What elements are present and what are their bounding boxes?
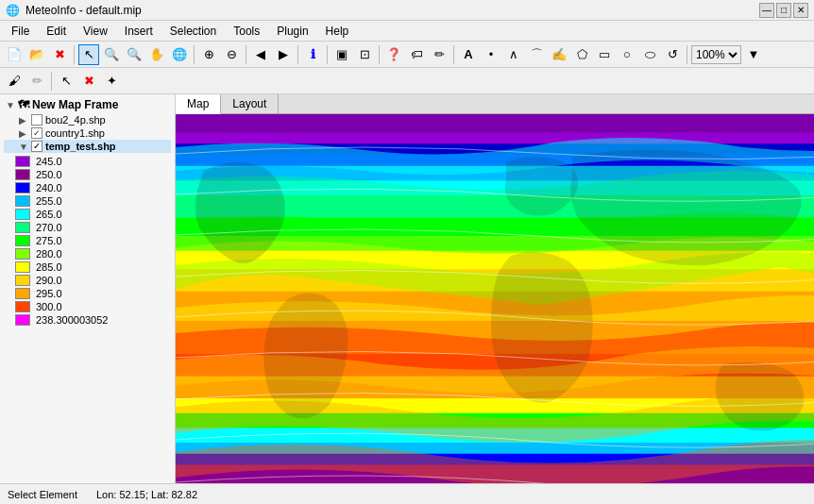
menu-item-file[interactable]: File: [4, 23, 37, 40]
legend-color-swatch: [15, 235, 30, 246]
legend-label: 240.0: [36, 182, 62, 193]
legend-item: 290.0: [8, 274, 167, 287]
map-frame-icon: 🗺: [18, 98, 29, 111]
layer-group: ▼ 🗺 New Map Frame ▶ bou2_4p.shp ▶ countr…: [0, 94, 175, 330]
map-visualization: [176, 114, 814, 483]
legend-item: 295.0: [8, 287, 167, 300]
open-button[interactable]: 📂: [26, 44, 47, 65]
question-button[interactable]: ❓: [383, 44, 404, 65]
tab-map[interactable]: Map: [176, 94, 221, 114]
legend-color-swatch: [15, 195, 30, 207]
status-coords: Lon: 52.15; Lat: 82.82: [96, 489, 197, 500]
select-button[interactable]: ↖: [78, 44, 99, 65]
layer-label-bou2: bou2_4p.shp: [45, 114, 106, 126]
circle-button[interactable]: ○: [617, 44, 637, 65]
legend-item: 250.0: [8, 168, 167, 181]
legend-item: 280.0: [8, 247, 167, 260]
zoom-out2-button[interactable]: ⊖: [221, 44, 242, 65]
map-svg: [176, 114, 814, 483]
map-frame-header[interactable]: ▼ 🗺 New Map Frame: [4, 96, 171, 113]
map-canvas[interactable]: [176, 114, 814, 483]
layer-item-bou2[interactable]: ▶ bou2_4p.shp: [4, 113, 171, 126]
zoom-out-button[interactable]: 🔍: [124, 44, 144, 65]
sep7: [453, 45, 454, 64]
ellipse-button[interactable]: ⬭: [639, 44, 660, 65]
menu-item-selection[interactable]: Selection: [162, 23, 224, 40]
text-button[interactable]: A: [458, 44, 479, 65]
lon-label: Lon: 52.15;: [96, 489, 151, 500]
delete-button[interactable]: ✖: [78, 71, 99, 92]
layer-item-temp[interactable]: ▼ temp_test.shp: [4, 140, 171, 153]
menu-item-tools[interactable]: Tools: [226, 23, 267, 40]
curve-button[interactable]: ⌒: [526, 44, 547, 65]
pan-button[interactable]: ✋: [146, 44, 167, 65]
draw-disabled-button[interactable]: ✏: [26, 71, 47, 92]
legend-label: 300.0: [36, 301, 62, 312]
status-bar: Select Element Lon: 52.15; Lat: 82.82: [0, 483, 814, 504]
layer-checkbox-temp[interactable]: [31, 141, 42, 152]
maximize-button[interactable]: □: [776, 3, 791, 18]
polyline-button[interactable]: ∧: [503, 44, 524, 65]
sep3: [246, 45, 246, 64]
minimize-button[interactable]: —: [759, 3, 774, 18]
legend-color-swatch: [15, 248, 30, 260]
select2-button[interactable]: ⊡: [354, 44, 375, 65]
legend-color-swatch: [15, 261, 30, 273]
toolbar1: 📄 📂 ✖ ↖ 🔍 🔍 ✋ 🌐 ⊕ ⊖ ◀ ▶ ℹ ▣ ⊡ ❓ 🏷 ✏ A • …: [0, 42, 814, 68]
menu-item-edit[interactable]: Edit: [39, 23, 74, 40]
title-left: 🌐 MeteoInfo - default.mip: [6, 4, 142, 17]
layer-label-temp: temp_test.shp: [45, 141, 116, 152]
sep2: [194, 45, 195, 64]
dot-button[interactable]: •: [481, 44, 501, 65]
legend-color-swatch: [15, 288, 30, 299]
zoom-apply-button[interactable]: ▼: [743, 44, 764, 65]
legend: 245.0250.0240.0255.0265.0270.0275.0280.0…: [4, 153, 171, 328]
new-button[interactable]: 📄: [4, 44, 25, 65]
right-panel: MapLayout: [176, 94, 814, 483]
star-button[interactable]: ✦: [101, 71, 122, 92]
layer-expand-icon: ▶: [19, 115, 28, 126]
zoom-in2-button[interactable]: ⊕: [198, 44, 219, 65]
legend-item: 245.0: [8, 155, 167, 168]
forward-button[interactable]: ▶: [273, 44, 294, 65]
save-button[interactable]: ✖: [49, 44, 70, 65]
polygon-button[interactable]: ⬠: [571, 44, 592, 65]
legend-color-swatch: [15, 169, 30, 180]
curve2-button[interactable]: ↺: [662, 44, 683, 65]
select3-button[interactable]: ↖: [56, 71, 76, 92]
select-rect-button[interactable]: ▣: [331, 44, 352, 65]
legend-color-swatch: [15, 275, 30, 286]
legend-label: 238.300003052: [36, 314, 108, 326]
close-button[interactable]: ✕: [793, 3, 808, 18]
legend-color-swatch: [15, 301, 30, 312]
legend-item: 265.0: [8, 208, 167, 221]
paint-button[interactable]: 🖌: [4, 71, 25, 92]
legend-label: 255.0: [36, 195, 62, 207]
menu-item-help[interactable]: Help: [318, 23, 357, 40]
layer-checkbox-bou2[interactable]: [31, 114, 42, 126]
tab-bar: MapLayout: [176, 94, 814, 114]
menu-item-insert[interactable]: Insert: [117, 23, 161, 40]
menu-item-view[interactable]: View: [76, 23, 115, 40]
legend-label: 295.0: [36, 288, 62, 299]
menu-item-plugin[interactable]: Plugin: [269, 23, 315, 40]
tag-button[interactable]: 🏷: [406, 44, 427, 65]
back-button[interactable]: ◀: [250, 44, 271, 65]
legend-color-swatch: [15, 156, 30, 167]
rect-button[interactable]: ▭: [594, 44, 615, 65]
info-button[interactable]: ℹ: [302, 44, 323, 65]
zoom-in-button[interactable]: 🔍: [101, 44, 122, 65]
layer-checkbox-country1[interactable]: [31, 127, 42, 139]
title-bar: 🌐 MeteoInfo - default.mip — □ ✕: [0, 0, 814, 21]
legend-label: 290.0: [36, 275, 62, 286]
edit-button[interactable]: ✏: [429, 44, 449, 65]
sep5: [327, 45, 328, 64]
layer-item-country1[interactable]: ▶ country1.shp: [4, 126, 171, 140]
legend-label: 280.0: [36, 248, 62, 260]
legend-label: 275.0: [36, 235, 62, 246]
tab-layout[interactable]: Layout: [221, 94, 279, 113]
globe-button[interactable]: 🌐: [169, 44, 190, 65]
zoom-select[interactable]: 100% 50% 75% 150% 200%: [691, 45, 741, 64]
freehand-button[interactable]: ✍: [549, 44, 569, 65]
sep8: [687, 45, 687, 64]
